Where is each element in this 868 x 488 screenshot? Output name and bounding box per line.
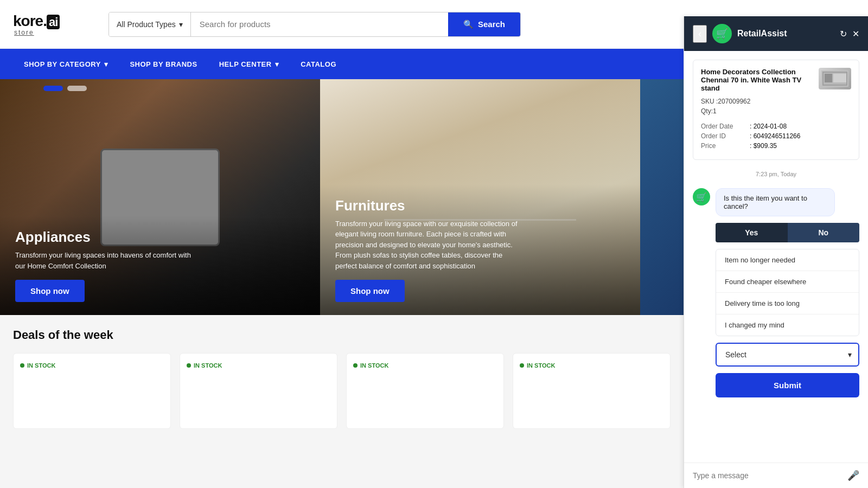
- cancel-reason-item-1[interactable]: Found cheaper elsewhere: [716, 271, 859, 293]
- order-date-label: Order Date: [701, 123, 750, 130]
- nav-catalog-label: CATALOG: [301, 60, 336, 68]
- page-layout: Appliances Transform your living spaces …: [0, 79, 868, 488]
- search-input[interactable]: [191, 12, 448, 36]
- in-stock-label-2: IN STOCK: [194, 362, 222, 369]
- chat-avatar: 🛒: [712, 24, 732, 43]
- order-date-value: : 2024-01-08: [750, 123, 787, 130]
- in-stock-badge-1: IN STOCK: [20, 362, 55, 369]
- search-button[interactable]: 🔍 Search: [448, 12, 520, 36]
- chat-timestamp: 7:23 pm, Today: [693, 171, 859, 177]
- deal-card-1: IN STOCK: [13, 353, 171, 429]
- cancel-reasons-list: Item no longer needed Found cheaper else…: [716, 249, 859, 336]
- yes-no-row: Yes No: [716, 223, 859, 242]
- mic-button[interactable]: 🎤: [847, 470, 859, 481]
- deal-card-3: IN STOCK: [346, 353, 504, 429]
- bot-avatar: 🛒: [693, 188, 710, 206]
- qty-label: Qty:: [701, 107, 713, 115]
- cancel-reason-select[interactable]: Select Item no longer needed Found cheap…: [716, 343, 859, 367]
- chat-header: ‹ 🛒 RetailAssist ↻ ✕: [684, 16, 868, 51]
- deals-section: Deals of the week IN STOCK IN STOCK: [0, 315, 684, 442]
- logo-text: kore.ai: [13, 12, 60, 30]
- chat-panel: ‹ 🛒 RetailAssist ↻ ✕: [684, 16, 868, 488]
- chat-message-input[interactable]: [693, 471, 842, 480]
- submit-button[interactable]: Submit: [716, 373, 859, 397]
- chat-close-button[interactable]: ✕: [852, 29, 859, 39]
- price-label: Price: [701, 142, 750, 150]
- bot-message: 🛒 Is this the item you want to cancel?: [693, 188, 859, 216]
- furnitures-overlay: Furnitures Transform your living space w…: [320, 184, 640, 316]
- chat-refresh-button[interactable]: ↻: [840, 29, 847, 39]
- price-value: : $909.35: [750, 142, 777, 150]
- nav-shop-by-category-chevron: ▾: [104, 60, 108, 68]
- svg-rect-3: [825, 74, 832, 82]
- partial-card: [640, 79, 684, 315]
- order-id-label: Order ID: [701, 132, 750, 140]
- logo-subtitle: store: [14, 29, 34, 36]
- sku-label: SKU :: [701, 98, 718, 105]
- product-qty: Qty:1: [701, 107, 851, 115]
- carousel-dot-active[interactable]: [43, 86, 63, 91]
- chat-input-area: 🎤: [684, 463, 868, 488]
- appliances-card: Appliances Transform your living spaces …: [0, 79, 320, 315]
- in-stock-dot-1: [20, 363, 24, 368]
- bot-question-bubble: Is this the item you want to cancel?: [716, 188, 835, 216]
- deal-card-2: IN STOCK: [180, 353, 337, 429]
- nav-shop-by-category-label: SHOP BY CATEGORY: [24, 60, 101, 68]
- cancel-reason-select-wrapper: Select Item no longer needed Found cheap…: [716, 343, 859, 367]
- nav-shop-by-category[interactable]: SHOP BY CATEGORY ▾: [13, 49, 119, 79]
- in-stock-dot-2: [187, 363, 191, 368]
- order-details: Order Date : 2024-01-08 Order ID : 60492…: [701, 123, 851, 150]
- in-stock-label-4: IN STOCK: [527, 362, 555, 369]
- deals-grid: IN STOCK IN STOCK IN STOCK: [13, 353, 671, 429]
- no-button[interactable]: No: [788, 223, 860, 242]
- chat-header-actions: ↻ ✕: [840, 29, 859, 39]
- product-card-inner: Home Decorators Collection Chennai 70 in…: [701, 68, 851, 98]
- in-stock-dot-3: [353, 363, 358, 368]
- main-content: Appliances Transform your living spaces …: [0, 79, 684, 488]
- nav-catalog[interactable]: CATALOG: [290, 49, 347, 79]
- furnitures-shop-now-button[interactable]: Shop now: [335, 280, 405, 302]
- appliances-desc: Transform your living spaces into havens…: [15, 250, 200, 271]
- order-id-value: : 6049246511266: [750, 132, 800, 140]
- in-stock-badge-4: IN STOCK: [520, 362, 555, 369]
- deals-title: Deals of the week: [13, 328, 671, 342]
- in-stock-badge-2: IN STOCK: [187, 362, 222, 369]
- appliances-shop-now-button[interactable]: Shop now: [15, 280, 85, 302]
- deal-card-4: IN STOCK: [513, 353, 671, 429]
- appliances-overlay: Appliances Transform your living spaces …: [0, 216, 320, 315]
- chat-title: RetailAssist: [737, 29, 834, 38]
- product-sku: SKU :207009962: [701, 98, 851, 105]
- product-type-dropdown[interactable]: All Product Types ▾: [109, 12, 191, 36]
- logo: kore.ai store: [13, 12, 100, 36]
- mic-icon: 🎤: [847, 470, 859, 481]
- order-price-row: Price : $909.35: [701, 142, 851, 150]
- nav-help-center[interactable]: HELP CENTER ▾: [208, 49, 290, 79]
- qty-value: 1: [713, 107, 717, 115]
- chat-body: Home Decorators Collection Chennai 70 in…: [684, 51, 868, 463]
- in-stock-label-3: IN STOCK: [360, 362, 388, 369]
- nav-help-center-label: HELP CENTER: [219, 60, 272, 68]
- svg-rect-4: [833, 74, 846, 82]
- dropdown-chevron-icon: ▾: [179, 20, 183, 29]
- nav-help-center-chevron: ▾: [275, 60, 279, 68]
- product-image: [819, 68, 851, 89]
- in-stock-dot-4: [520, 363, 524, 368]
- search-bar: All Product Types ▾ 🔍 Search: [108, 12, 521, 37]
- yes-button[interactable]: Yes: [716, 223, 788, 242]
- sku-value: 207009962: [718, 98, 750, 105]
- product-type-label: All Product Types: [117, 20, 176, 29]
- product-info-card: Home Decorators Collection Chennai 70 in…: [693, 60, 859, 160]
- cancel-reason-item-3[interactable]: I changed my mind: [716, 314, 859, 336]
- in-stock-badge-3: IN STOCK: [353, 362, 388, 369]
- cancel-reason-item-0[interactable]: Item no longer needed: [716, 249, 859, 271]
- search-icon: 🔍: [463, 20, 474, 29]
- cancel-reason-item-2[interactable]: Delivery time is too long: [716, 293, 859, 314]
- nav-shop-by-brands-label: SHOP BY BRANDS: [130, 60, 197, 68]
- nav-shop-by-brands[interactable]: SHOP BY BRANDS: [119, 49, 208, 79]
- order-id-row: Order ID : 6049246511266: [701, 132, 851, 140]
- furnitures-desc: Transform your living space with our exq…: [335, 219, 520, 272]
- carousel-dot-inactive[interactable]: [67, 86, 87, 91]
- furnitures-title: Furnitures: [335, 197, 625, 214]
- appliances-title: Appliances: [15, 229, 305, 246]
- chat-back-button[interactable]: ‹: [693, 25, 707, 43]
